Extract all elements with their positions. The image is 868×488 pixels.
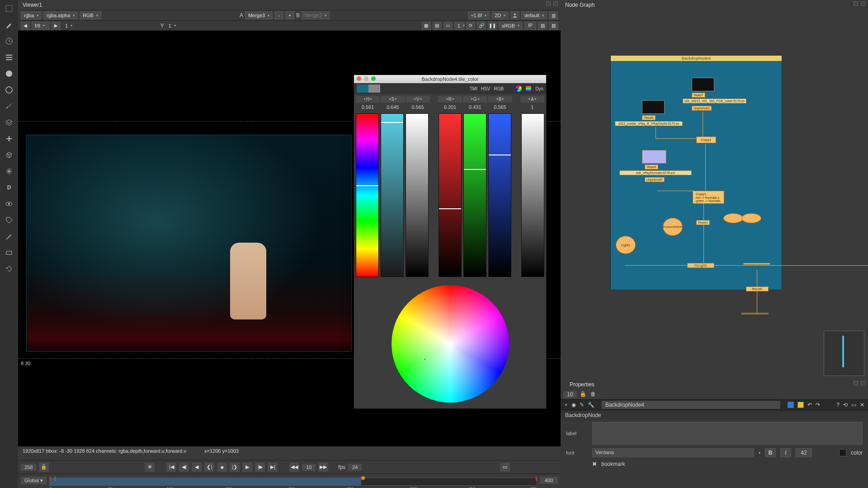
b-value[interactable]: 0.565 [488, 103, 512, 111]
a-value[interactable]: 1 [520, 103, 544, 111]
val-ramp[interactable] [406, 113, 429, 277]
node-name-field[interactable]: BackdropNode4 [602, 401, 780, 409]
d-icon[interactable]: D [4, 183, 14, 192]
last-frame-button[interactable]: ▶| [268, 463, 278, 472]
revert-icon[interactable]: ⟲ [843, 402, 848, 408]
first-frame-button[interactable]: |◀ [166, 463, 176, 472]
g-value[interactable]: 0.431 [463, 103, 487, 111]
y-value[interactable]: 1 [166, 22, 179, 30]
color-picker-titlebar[interactable]: BackdropNode4.tile_color [354, 75, 546, 83]
red-ramp[interactable] [439, 113, 462, 277]
node-light1[interactable]: Light1 [616, 236, 636, 254]
play-rev-button[interactable]: ◀ [192, 463, 202, 472]
layers-icon[interactable] [4, 117, 14, 127]
user-icon[interactable] [510, 11, 519, 19]
ramp-icon[interactable]: ▨ [538, 22, 547, 30]
r-value[interactable]: 0.201 [438, 103, 462, 111]
s-value[interactable]: 0.645 [381, 103, 405, 111]
h-header[interactable]: ◂H▸ [356, 96, 380, 103]
color-chip-2[interactable] [797, 402, 804, 408]
wrench-props-icon[interactable]: 🔧 [588, 402, 594, 408]
label-field[interactable] [592, 422, 863, 445]
node-copy2[interactable]: Copy1 red -> Normals.x green -> Normals. [693, 191, 724, 204]
menu-icon[interactable] [4, 52, 14, 62]
node-small-1[interactable] [723, 213, 743, 223]
layer-select[interactable]: rgba.alpha [43, 11, 78, 19]
center-icon[interactable]: ◉ [571, 402, 576, 408]
dim-select[interactable]: 2D [491, 11, 509, 19]
s-header[interactable]: ◂S▸ [381, 96, 405, 103]
refresh-icon[interactable] [4, 264, 14, 274]
lut-select[interactable]: default [521, 11, 547, 19]
scale-select[interactable]: ÷1.6f [468, 11, 490, 19]
hsv-mode[interactable]: HSV [481, 86, 491, 91]
green-ramp[interactable] [463, 113, 486, 277]
properties-tab[interactable]: BackdropNode [561, 410, 868, 420]
v-value[interactable]: 0.565 [406, 103, 430, 111]
wrench-icon[interactable] [4, 231, 14, 241]
current-color-swatch[interactable] [357, 84, 368, 93]
undo-icon[interactable]: ↶ [807, 402, 812, 408]
traffic-close-icon[interactable] [357, 76, 361, 81]
color-picker-window[interactable]: BackdropNode4.tile_color TMI HSV RGB Dyn… [354, 75, 547, 409]
channel-select[interactable]: rgba [21, 11, 42, 19]
prop-panel-btn-2[interactable] [861, 381, 865, 385]
redo-icon[interactable]: ↷ [816, 402, 820, 408]
close-node-icon[interactable]: ✕ [860, 402, 864, 408]
step-fwd-button[interactable]: |❯ [230, 463, 240, 472]
color-wheel-picker[interactable] [423, 357, 427, 361]
brush-tool-icon[interactable] [4, 20, 14, 30]
traffic-min-icon[interactable] [364, 76, 368, 81]
rgb-mode[interactable]: RGB [494, 86, 504, 91]
help-icon[interactable]: ? [836, 402, 840, 408]
proxy-label[interactable]: f/8 [32, 22, 50, 30]
wand-icon[interactable]: ✎ [580, 402, 584, 408]
current-frame-field[interactable]: 258 [21, 464, 36, 471]
color-wheel[interactable] [392, 285, 509, 403]
node-read8-thumb[interactable] [642, 100, 665, 114]
input-a-plus[interactable]: + [285, 11, 294, 19]
tear-off-icon[interactable]: ▥ [549, 11, 558, 19]
node-read7[interactable]: Read7 [692, 93, 705, 98]
node-graph-minimap[interactable] [824, 331, 864, 376]
node-unprem1[interactable]: Unpremult1 [692, 106, 712, 111]
hatch-icon[interactable]: ▧ [549, 22, 558, 30]
cube-icon[interactable] [4, 150, 14, 160]
dyn-label[interactable]: Dyn [535, 86, 543, 91]
grid-icon-2[interactable]: ▤ [433, 22, 442, 30]
timeline-range-select[interactable]: Global ▾ [21, 477, 47, 484]
alpha-ramp[interactable] [521, 113, 544, 277]
plus-icon[interactable] [4, 134, 14, 144]
fps-value[interactable]: 24 [348, 464, 362, 471]
collapse-icon[interactable]: ▼ [564, 403, 568, 407]
timeline[interactable]: Global ▾ 0 50 100 150 200 250 300 350 40… [18, 474, 561, 488]
node-small-2[interactable] [741, 213, 761, 223]
properties-count[interactable]: 10 [563, 391, 577, 398]
timeline-end-frame[interactable]: 400 [540, 477, 558, 484]
lock-props-icon[interactable]: 🔒 [580, 391, 588, 398]
reload-icon[interactable]: ⟳ [466, 22, 475, 30]
tmi-mode[interactable]: TMI [470, 86, 477, 91]
step-rev-button[interactable]: ❮| [204, 463, 214, 472]
h-value[interactable]: 0.561 [356, 103, 380, 111]
node-unprem2[interactable]: Unpremult2 [645, 177, 665, 182]
blue-ramp[interactable] [488, 113, 511, 277]
hue-ramp[interactable] [356, 113, 379, 277]
node-viewer-link[interactable] [741, 313, 769, 314]
skip-amount[interactable]: 10 [302, 464, 316, 471]
color-swatch[interactable] [839, 449, 846, 456]
node-graph-canvas[interactable]: BackdropNode4 Read7 s01_sh013_v03_ 001_F… [561, 10, 868, 380]
color-chip-1[interactable] [788, 402, 794, 408]
lock-icon[interactable]: 🔒 [39, 463, 49, 472]
proxy-arrow-icon[interactable]: ▶ [52, 22, 61, 30]
italic-button[interactable]: I [780, 448, 791, 457]
knife-icon[interactable] [4, 101, 14, 111]
float-icon[interactable]: ▭ [851, 402, 856, 408]
stop-button[interactable]: ■ [217, 463, 227, 472]
node-pos3d[interactable]: Position3D0000 [663, 218, 683, 236]
skip-fwd-button[interactable]: ▶▶ [318, 463, 328, 472]
pause-icon[interactable]: ❚❚ [488, 22, 497, 30]
clear-props-icon[interactable]: 🗑 [590, 391, 599, 398]
panel-btn-1[interactable] [546, 1, 551, 6]
grid-icon-1[interactable]: ▦ [422, 22, 431, 30]
